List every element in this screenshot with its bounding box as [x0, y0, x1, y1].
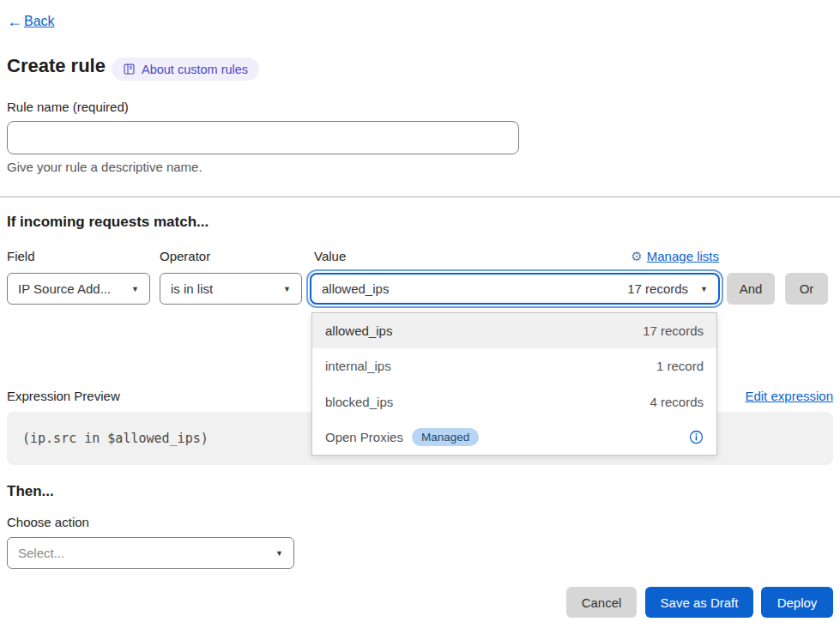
rule-name-input[interactable] — [7, 121, 519, 154]
dropdown-item-blocked-ips[interactable]: blocked_ips 4 records — [312, 384, 716, 420]
list-record-count: 1 record — [656, 359, 704, 373]
gear-icon: ⚙ — [631, 250, 642, 263]
operator-select-value: is in list — [171, 281, 213, 296]
rule-name-helper: Give your rule a descriptive name. — [7, 160, 202, 174]
choose-action-label: Choose action — [7, 515, 89, 529]
chevron-down-icon: ▼ — [283, 285, 291, 293]
back-label: Back — [24, 14, 55, 29]
back-arrow-icon: ← — [7, 14, 22, 29]
section-divider — [0, 196, 840, 197]
info-icon[interactable] — [689, 430, 704, 444]
list-name: Open Proxies — [325, 430, 403, 444]
list-name: blocked_ips — [325, 395, 393, 409]
deploy-button[interactable]: Deploy — [761, 587, 833, 618]
about-custom-rules-link[interactable]: About custom rules — [112, 57, 259, 81]
value-select[interactable]: allowed_ips 17 records ▼ — [310, 273, 720, 305]
create-rule-page: ← Back Create rule About custom rules Ru… — [0, 0, 840, 634]
value-select-records: 17 records — [627, 281, 692, 296]
dropdown-item-internal-ips[interactable]: internal_ips 1 record — [312, 348, 716, 383]
chevron-down-icon: ▼ — [131, 285, 139, 293]
or-button[interactable]: Or — [785, 273, 828, 305]
manage-lists-link[interactable]: ⚙ Manage lists — [631, 249, 719, 263]
value-select-name: allowed_ips — [322, 281, 389, 296]
expression-code: (ip.src in $allowed_ips) — [22, 431, 208, 446]
about-badge-label: About custom rules — [142, 63, 248, 76]
field-select-value: IP Source Add... — [18, 281, 111, 296]
match-section-heading: If incoming requests match... — [7, 214, 208, 231]
action-select[interactable]: Select... ▼ — [7, 537, 294, 569]
value-label: Value — [314, 249, 346, 263]
list-name: allowed_ips — [325, 323, 392, 338]
operator-select[interactable]: is in list ▼ — [160, 273, 302, 305]
action-select-placeholder: Select... — [18, 546, 64, 560]
chevron-down-icon: ▼ — [700, 285, 708, 293]
expression-preview-label: Expression Preview — [7, 389, 120, 403]
cancel-button[interactable]: Cancel — [566, 587, 637, 618]
and-button[interactable]: And — [727, 273, 775, 305]
operator-label: Operator — [160, 249, 210, 263]
then-section-heading: Then... — [7, 483, 54, 500]
list-record-count: 17 records — [643, 323, 704, 338]
value-dropdown-menu: allowed_ips 17 records internal_ips 1 re… — [311, 312, 717, 456]
back-link[interactable]: ← Back — [7, 14, 55, 29]
dropdown-item-allowed-ips[interactable]: allowed_ips 17 records — [312, 313, 716, 348]
field-label: Field — [7, 249, 35, 263]
list-name: internal_ips — [325, 359, 391, 373]
manage-lists-label: Manage lists — [647, 249, 719, 263]
book-icon — [123, 63, 136, 75]
rule-name-label: Rule name (required) — [7, 100, 129, 114]
list-record-count: 4 records — [650, 395, 704, 409]
managed-badge: Managed — [412, 428, 479, 447]
edit-expression-link[interactable]: Edit expression — [745, 389, 833, 403]
page-title: Create rule — [7, 55, 106, 77]
dropdown-item-open-proxies[interactable]: Open Proxies Managed — [312, 420, 716, 455]
chevron-down-icon: ▼ — [275, 549, 283, 558]
field-select[interactable]: IP Source Add... ▼ — [7, 273, 150, 305]
save-as-draft-button[interactable]: Save as Draft — [645, 587, 753, 618]
